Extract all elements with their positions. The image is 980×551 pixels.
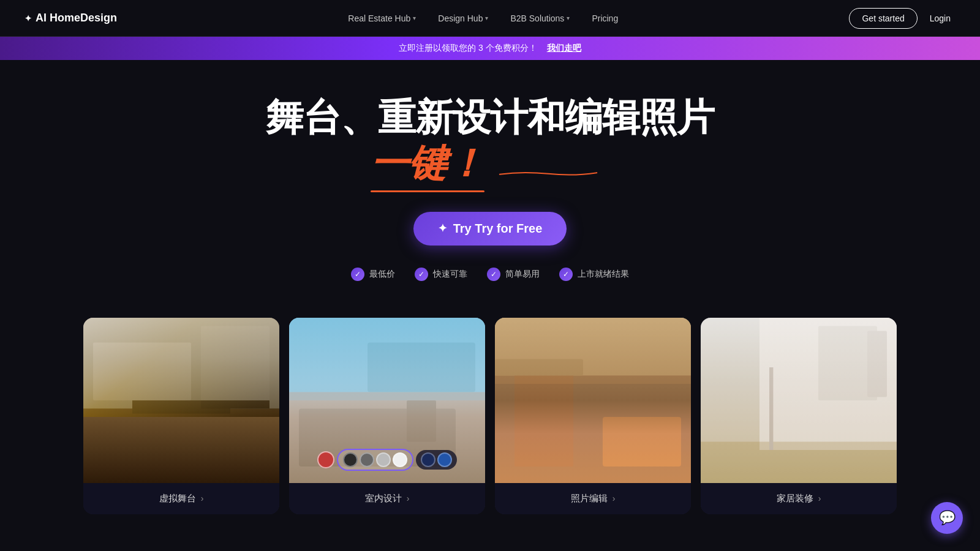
sparkle-icon: ✦ bbox=[438, 222, 447, 235]
swatch-blue bbox=[437, 452, 452, 467]
swatch-red bbox=[317, 451, 334, 468]
underline-decoration bbox=[487, 170, 609, 176]
chevron-down-icon: ▾ bbox=[485, 15, 488, 21]
card-label: 家居装修 bbox=[777, 493, 813, 504]
nav-actions: Get started Login bbox=[849, 8, 956, 29]
nav-item-pricing[interactable]: Pricing bbox=[583, 10, 627, 27]
swatch-group-neutral bbox=[337, 449, 413, 471]
check-icon: ✓ bbox=[351, 268, 364, 281]
banner-link[interactable]: 我们走吧 bbox=[547, 43, 581, 54]
nav-links: Real Estate Hub ▾ Design Hub ▾ B2B Solut… bbox=[339, 10, 627, 27]
card-image-photo-editing bbox=[495, 318, 691, 483]
svg-rect-10 bbox=[407, 400, 436, 442]
hero-section: 舞台、重新设计和编辑照片 一键！ ✦ Try Try for Free ✓ 最低… bbox=[0, 60, 980, 305]
swatch-navy bbox=[421, 452, 435, 467]
card-label: 室内设计 bbox=[365, 493, 402, 504]
card-footer-interior-design: 室内设计 › bbox=[289, 483, 485, 514]
card-virtual-staging[interactable]: 虚拟舞台 › bbox=[83, 318, 279, 514]
card-home-renovation[interactable]: 家居装修 › bbox=[701, 318, 897, 514]
svg-rect-2 bbox=[83, 408, 279, 483]
check-icon: ✓ bbox=[487, 268, 500, 281]
promo-banner: 立即注册以领取您的 3 个免费积分！ 我们走吧 bbox=[0, 37, 980, 60]
card-footer-photo-editing: 照片编辑 › bbox=[495, 483, 691, 514]
svg-rect-13 bbox=[514, 367, 573, 467]
chevron-down-icon: ▾ bbox=[567, 15, 570, 21]
feature-label: 快速可靠 bbox=[433, 269, 467, 280]
logo-star: ✦ bbox=[24, 13, 32, 23]
feature-fast-reliable: ✓ 快速可靠 bbox=[415, 268, 467, 281]
try-for-free-button[interactable]: ✦ Try Try for Free bbox=[413, 212, 567, 246]
arrow-icon: › bbox=[612, 493, 616, 503]
svg-rect-3 bbox=[93, 342, 191, 400]
color-swatches-overlay bbox=[317, 449, 457, 471]
card-footer-virtual-staging: 虚拟舞台 › bbox=[83, 483, 279, 514]
arrow-icon: › bbox=[407, 493, 410, 503]
chat-icon: 💬 bbox=[939, 510, 956, 526]
hero-title-sub: 一键！ bbox=[371, 141, 484, 192]
get-started-button[interactable]: Get started bbox=[849, 8, 917, 29]
card-footer-home-renovation: 家居装修 › bbox=[701, 483, 897, 514]
logo-text: AI HomeDesign bbox=[36, 12, 117, 24]
logo[interactable]: ✦ AI HomeDesign bbox=[24, 12, 117, 24]
card-image-virtual-staging bbox=[83, 318, 279, 483]
card-image-home-renovation bbox=[701, 318, 897, 483]
nav-item-design-hub[interactable]: Design Hub ▾ bbox=[429, 10, 497, 27]
nav-item-b2b-solutions[interactable]: B2B Solutions ▾ bbox=[502, 10, 578, 27]
swatch-group-dark bbox=[416, 450, 457, 470]
card-image-interior-design bbox=[289, 318, 485, 483]
feature-easy-to-use: ✓ 简单易用 bbox=[487, 268, 540, 281]
feature-lowest-price: ✓ 最低价 bbox=[351, 268, 395, 281]
svg-rect-1 bbox=[201, 326, 270, 408]
card-photo-editing[interactable]: 照片编辑 › bbox=[495, 318, 691, 514]
check-icon: ✓ bbox=[415, 268, 428, 281]
svg-rect-5 bbox=[201, 400, 270, 409]
feature-label: 最低价 bbox=[369, 269, 395, 280]
swatch-light bbox=[376, 452, 391, 467]
feature-ready-to-list: ✓ 上市就绪结果 bbox=[559, 268, 629, 281]
hero-title-main: 舞台、重新设计和编辑照片 bbox=[266, 97, 714, 138]
swatch-white bbox=[393, 452, 407, 467]
cta-label: Try Try for Free bbox=[453, 222, 543, 236]
check-icon: ✓ bbox=[559, 268, 573, 281]
nav-item-real-estate-hub[interactable]: Real Estate Hub ▾ bbox=[339, 10, 424, 27]
svg-rect-21 bbox=[769, 367, 773, 450]
arrow-icon: › bbox=[818, 493, 821, 503]
login-button[interactable]: Login bbox=[925, 9, 956, 28]
features-row: ✓ 最低价 ✓ 快速可靠 ✓ 简单易用 ✓ 上市就绪结果 bbox=[351, 268, 629, 281]
svg-rect-7 bbox=[368, 342, 475, 392]
card-interior-design[interactable]: 室内设计 › bbox=[289, 318, 485, 514]
svg-rect-20 bbox=[701, 441, 897, 483]
card-label: 虚拟舞台 bbox=[159, 493, 196, 504]
card-label: 照片编辑 bbox=[571, 493, 608, 504]
feature-label: 简单易用 bbox=[505, 269, 540, 280]
swatch-dark bbox=[343, 452, 358, 467]
svg-rect-14 bbox=[603, 417, 681, 467]
swatch-gray bbox=[360, 452, 374, 467]
svg-rect-19 bbox=[867, 331, 887, 397]
banner-text: 立即注册以领取您的 3 个免费积分！ bbox=[399, 43, 537, 54]
chevron-down-icon: ▾ bbox=[413, 15, 416, 21]
arrow-icon: › bbox=[201, 493, 204, 503]
navbar: ✦ AI HomeDesign Real Estate Hub ▾ Design… bbox=[0, 0, 980, 37]
cards-section: 虚拟舞台 › bbox=[0, 305, 980, 539]
chat-bubble[interactable]: 💬 bbox=[931, 502, 963, 534]
svg-rect-15 bbox=[495, 359, 583, 375]
feature-label: 上市就绪结果 bbox=[578, 269, 629, 280]
